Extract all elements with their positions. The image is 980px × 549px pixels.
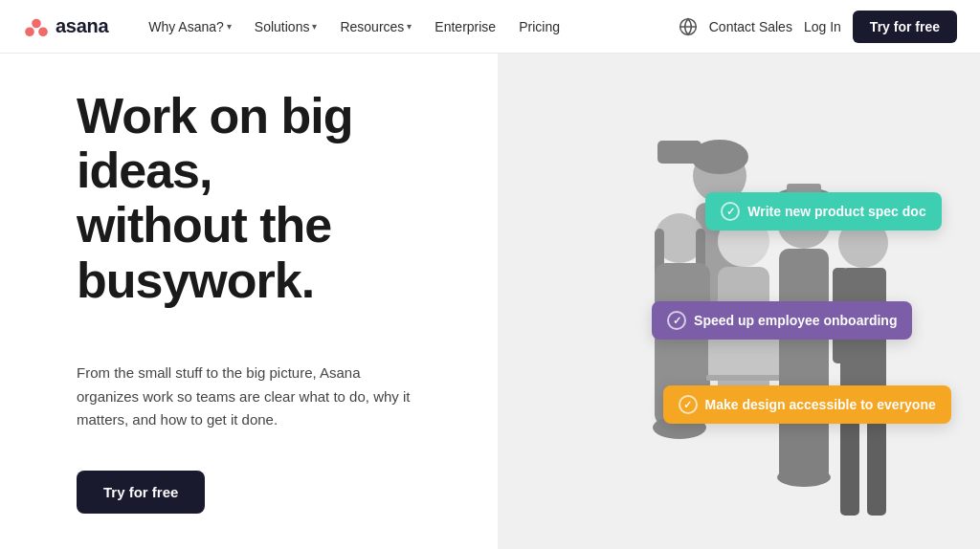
globe-icon — [679, 17, 698, 36]
hero-title: Work on big ideas, without the busywork. — [77, 89, 440, 308]
hero-right: ✓ Write new product spec doc ✓ Speed up … — [498, 54, 980, 549]
nav-right: Contact Sales Log In Try for free — [679, 11, 957, 43]
svg-point-2 — [38, 27, 48, 36]
nav-link-resources[interactable]: Resources ▾ — [330, 13, 421, 40]
main-layout: Work on big ideas, without the busywork.… — [0, 54, 980, 549]
svg-rect-30 — [840, 420, 859, 516]
chevron-icon: ▾ — [407, 21, 412, 32]
check-circle-icon: ✓ — [721, 202, 740, 221]
asana-logo-icon — [23, 13, 50, 40]
login-link[interactable]: Log In — [804, 19, 841, 34]
svg-rect-31 — [867, 420, 886, 516]
check-circle-icon: ✓ — [667, 311, 686, 330]
svg-point-0 — [32, 18, 41, 28]
nav-try-free-button[interactable]: Try for free — [853, 11, 957, 43]
nav-link-why-asana[interactable]: Why Asana? ▾ — [139, 13, 241, 40]
nav-link-solutions[interactable]: Solutions ▾ — [245, 13, 327, 40]
chevron-icon: ▾ — [312, 21, 317, 32]
task-badge-3: ✓ Make design accessible to everyone — [663, 385, 951, 424]
hero-description: From the small stuff to the big picture,… — [77, 362, 421, 432]
check-circle-icon: ✓ — [679, 395, 698, 414]
hero-cta-button[interactable]: Try for free — [77, 471, 205, 514]
task-badge-2: ✓ Speed up employee onboarding — [652, 301, 912, 340]
logo-text: asana — [56, 15, 108, 37]
task-badge-1: ✓ Write new product spec doc — [705, 192, 941, 231]
contact-sales-link[interactable]: Contact Sales — [709, 19, 792, 34]
svg-point-25 — [777, 468, 831, 487]
nav-link-pricing[interactable]: Pricing — [509, 13, 569, 40]
nav-links: Why Asana? ▾ Solutions ▾ Resources ▾ Ent… — [139, 13, 679, 40]
hero-left: Work on big ideas, without the busywork.… — [0, 54, 498, 549]
svg-point-1 — [25, 27, 34, 36]
navbar: asana Why Asana? ▾ Solutions ▾ Resources… — [0, 0, 980, 54]
svg-rect-19 — [706, 375, 787, 381]
nav-link-enterprise[interactable]: Enterprise — [425, 13, 505, 40]
svg-rect-10 — [657, 141, 702, 164]
language-selector[interactable] — [679, 17, 698, 36]
logo[interactable]: asana — [23, 13, 108, 40]
chevron-icon: ▾ — [227, 21, 232, 32]
